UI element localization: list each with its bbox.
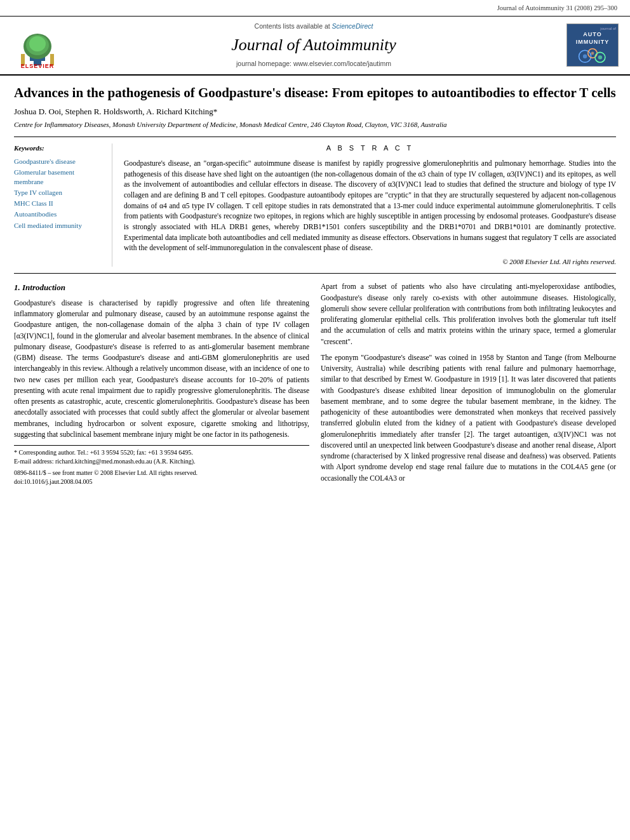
abstract-section: Keywords: Goodpasture's disease Glomerul…	[14, 137, 616, 274]
body-col-right: Apart from a subset of patients who also…	[321, 281, 616, 489]
section1-col2-para2: The eponym "Goodpasture's disease" was c…	[321, 352, 616, 484]
journal-ref-bar: Journal of Autoimmunity 31 (2008) 295–30…	[0, 0, 630, 17]
keyword-1[interactable]: Goodpasture's disease	[14, 157, 104, 166]
keyword-3[interactable]: Type IV collagen	[14, 188, 104, 197]
copyright-line: © 2008 Elsevier Ltd. All rights reserved…	[124, 257, 616, 267]
body-col-left: 1. Introduction Goodpasture's disease is…	[14, 281, 309, 489]
logo-graphic-icon	[570, 48, 615, 64]
footnote-area: * Corresponding author. Tel.: +61 3 9594…	[14, 445, 309, 486]
elsevier-logo-box: ELSEVIER	[9, 22, 66, 69]
logo-title-line2: IMMUNITY	[576, 39, 610, 46]
journal-homepage: journal homepage: www.elsevier.com/locat…	[79, 59, 549, 69]
abstract-column: A B S T R A C T Goodpasture's disease, a…	[124, 143, 616, 267]
main-content: Advances in the pathogenesis of Goodpast…	[0, 76, 630, 495]
svg-point-11	[583, 54, 587, 58]
header-center: Contents lists available at ScienceDirec…	[66, 22, 561, 69]
svg-point-13	[598, 55, 602, 59]
header-section: ELSEVIER Contents lists available at Sci…	[0, 17, 630, 76]
page-wrapper: Journal of Autoimmunity 31 (2008) 295–30…	[0, 0, 630, 840]
footnote-asterisk: * Corresponding author. Tel.: +61 3 9594…	[14, 448, 309, 457]
journal-logo-right: journal of AUTO IMMUNITY	[561, 23, 619, 67]
journal-title-header: Journal of Autoimmunity	[79, 34, 549, 57]
section1-col1-para1: Goodpasture's disease is characterised b…	[14, 298, 309, 440]
homepage-text: journal homepage: www.elsevier.com/locat…	[236, 60, 391, 67]
journal-ref-text: Journal of Autoimmunity 31 (2008) 295–30…	[497, 4, 617, 11]
authors: Joshua D. Ooi, Stephen R. Holdsworth, A.…	[14, 106, 616, 117]
sciencedirect-line: Contents lists available at ScienceDirec…	[79, 22, 549, 31]
body-columns: 1. Introduction Goodpasture's disease is…	[14, 281, 616, 489]
keywords-column: Keywords: Goodpasture's disease Glomerul…	[14, 143, 112, 267]
svg-text:ELSEVIER: ELSEVIER	[21, 63, 55, 69]
elsevier-tree-icon: ELSEVIER	[10, 31, 65, 69]
abstract-heading: A B S T R A C T	[124, 143, 616, 153]
svg-point-12	[591, 51, 594, 55]
keywords-heading: Keywords:	[14, 143, 104, 153]
section1-heading: 1. Introduction	[14, 281, 309, 294]
sciencedirect-link[interactable]: ScienceDirect	[332, 22, 373, 30]
keyword-5[interactable]: Autoantibodies	[14, 210, 104, 218]
keyword-2[interactable]: Glomerular basement membrane	[14, 168, 104, 186]
abstract-text: Goodpasture's disease, an "organ-specifi…	[124, 158, 616, 253]
authors-text: Joshua D. Ooi, Stephen R. Holdsworth, A.…	[14, 107, 217, 116]
logo-top-text: journal of	[569, 27, 616, 31]
footnote-doi: doi:10.1016/j.jaut.2008.04.005	[14, 477, 309, 486]
keyword-4[interactable]: MHC Class II	[14, 199, 104, 208]
journal-logo-box: journal of AUTO IMMUNITY	[566, 23, 619, 67]
section1-col2-para1: Apart from a subset of patients who also…	[321, 281, 616, 347]
keyword-6[interactable]: Cell mediated immunity	[14, 221, 104, 230]
article-title: Advances in the pathogenesis of Goodpast…	[14, 84, 616, 101]
sciencedirect-text: Contents lists available at	[255, 22, 330, 30]
footnote-issn: 0896-8411/$ – see front matter © 2008 El…	[14, 469, 309, 477]
affiliation: Centre for Inflammatory Diseases, Monash…	[14, 120, 616, 130]
logo-title-line1: AUTO	[583, 31, 601, 39]
svg-point-4	[29, 36, 46, 51]
footnote-email: E-mail address: richard.kitching@med.mon…	[14, 457, 309, 466]
